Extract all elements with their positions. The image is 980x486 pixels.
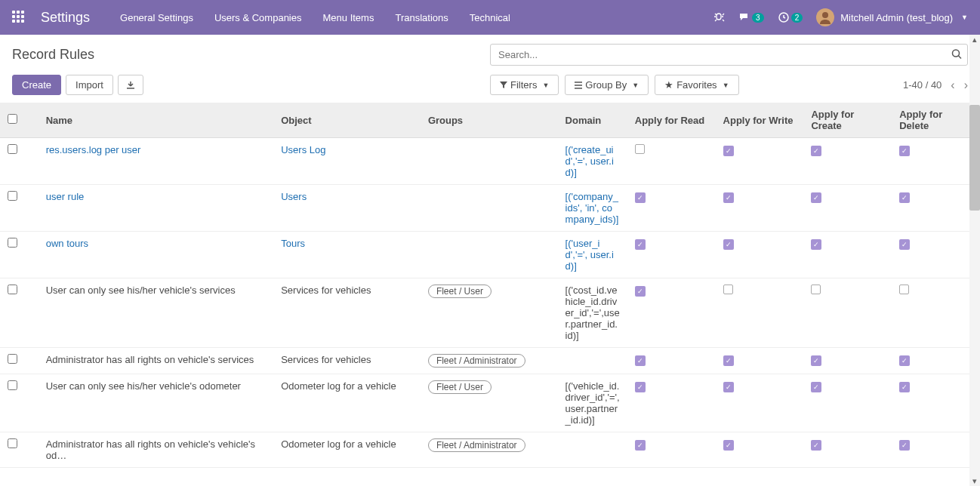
menu-item-general-settings[interactable]: General Settings [120, 12, 193, 23]
checkbox-checked[interactable]: ✓ [635, 286, 646, 297]
checkbox-checked[interactable]: ✓ [635, 382, 646, 392]
checkbox-checked[interactable]: ✓ [811, 440, 821, 451]
checkbox-checked[interactable]: ✓ [899, 440, 910, 451]
table-row[interactable]: res.users.log per userUsers Log[('create… [0, 138, 980, 185]
checkbox-checked[interactable]: ✓ [723, 239, 734, 250]
filters-button[interactable]: Filters ▼ [490, 75, 559, 95]
apps-icon[interactable] [12, 11, 26, 24]
row-checkbox[interactable] [8, 380, 17, 390]
list-icon [575, 82, 582, 89]
col-header-domain[interactable]: Domain [558, 103, 627, 138]
search-icon[interactable] [951, 48, 962, 61]
group-tag[interactable]: Fleet / Administrator [428, 438, 525, 452]
checkbox-checked[interactable]: ✓ [723, 440, 734, 451]
debug-icon[interactable] [713, 11, 725, 23]
star-icon: ★ [664, 79, 673, 91]
col-header-groups[interactable]: Groups [421, 103, 558, 138]
rule-object[interactable]: Users [281, 191, 307, 202]
checkbox-checked[interactable]: ✓ [723, 146, 734, 156]
checkbox-checked[interactable]: ✓ [899, 146, 910, 156]
row-checkbox[interactable] [8, 438, 17, 448]
groupby-button[interactable]: Group By ▼ [565, 75, 649, 95]
rule-groups [421, 138, 558, 185]
pager-range[interactable]: 1-40 [903, 79, 923, 91]
table-row[interactable]: user ruleUsers[('company_ids', 'in', com… [0, 185, 980, 232]
rule-domain[interactable]: [('company_ids', 'in', company_ids)] [566, 191, 619, 225]
table-row[interactable]: own toursTours[('user_id','=', user.id)]… [0, 232, 980, 278]
col-header-delete[interactable]: Apply for Delete [892, 103, 980, 138]
download-button[interactable] [118, 75, 143, 95]
checkbox-checked[interactable]: ✓ [723, 192, 734, 203]
rule-domain[interactable]: [('user_id','=', user.id)] [566, 238, 614, 272]
table-row[interactable]: User can only see his/her vehicle's odom… [0, 374, 980, 432]
checkbox-checked[interactable]: ✓ [635, 440, 646, 451]
menu-item-technical[interactable]: Technical [470, 12, 510, 23]
rule-object[interactable]: Tours [281, 238, 305, 249]
search-box [490, 44, 968, 66]
menu-item-translations[interactable]: Translations [395, 12, 448, 23]
checkbox-unchecked[interactable] [811, 285, 821, 294]
rule-name[interactable]: own tours [46, 238, 88, 249]
checkbox-checked[interactable]: ✓ [635, 192, 646, 203]
pager-prev[interactable]: ‹ [951, 78, 954, 92]
menu-item-menu-items[interactable]: Menu Items [323, 12, 374, 23]
group-tag[interactable]: Fleet / User [428, 380, 492, 394]
row-checkbox[interactable] [8, 144, 17, 154]
search-input[interactable] [490, 44, 968, 66]
col-header-name[interactable]: Name [39, 103, 274, 138]
checkbox-checked[interactable]: ✓ [811, 355, 821, 366]
activities-icon[interactable]: 2 [778, 11, 803, 23]
checkbox-checked[interactable]: ✓ [723, 382, 734, 392]
rule-name[interactable]: user rule [46, 191, 85, 202]
checkbox-checked[interactable]: ✓ [811, 382, 821, 392]
rule-name[interactable]: res.users.log per user [46, 144, 141, 155]
table-row[interactable]: User can only see his/her vehicle's serv… [0, 278, 980, 348]
group-tag[interactable]: Fleet / Administrator [428, 354, 525, 368]
col-header-read[interactable]: Apply for Read [627, 103, 716, 138]
pager-next[interactable]: › [964, 78, 968, 92]
row-checkbox[interactable] [8, 285, 17, 294]
rule-name: Administrator has all rights on vehicle'… [46, 438, 255, 461]
select-all-checkbox[interactable] [8, 114, 17, 124]
rule-domain[interactable]: [('create_uid','=', user.id)] [566, 144, 614, 178]
checkbox-checked[interactable]: ✓ [899, 355, 910, 366]
scrollbar[interactable]: ▴ ▾ [969, 35, 980, 468]
checkbox-checked[interactable]: ✓ [635, 355, 646, 366]
conversations-icon[interactable]: 3 [738, 11, 764, 23]
menu-item-users-companies[interactable]: Users & Companies [214, 12, 302, 23]
checkbox-checked[interactable]: ✓ [811, 192, 821, 203]
row-checkbox[interactable] [8, 238, 17, 248]
checkbox-checked[interactable]: ✓ [811, 239, 821, 250]
checkbox-checked[interactable]: ✓ [899, 192, 910, 203]
row-checkbox[interactable] [8, 354, 17, 364]
checkbox-unchecked[interactable] [635, 144, 645, 154]
create-button[interactable]: Create [12, 75, 61, 95]
checkbox-unchecked[interactable] [899, 285, 909, 294]
rule-groups: Fleet / User [421, 278, 558, 348]
checkbox-checked[interactable]: ✓ [723, 355, 734, 366]
caret-down-icon: ▼ [723, 82, 729, 89]
scroll-up-icon[interactable]: ▴ [969, 35, 980, 45]
import-button[interactable]: Import [66, 75, 113, 95]
col-header-create[interactable]: Apply for Create [803, 103, 892, 138]
user-menu[interactable]: Mitchell Admin (test_blog) ▼ [816, 8, 968, 26]
col-header-object[interactable]: Object [273, 103, 421, 138]
rule-object: Odometer log for a vehicle [281, 438, 396, 450]
checkbox-unchecked[interactable] [723, 285, 733, 294]
checkbox-checked[interactable]: ✓ [811, 146, 821, 156]
checkbox-checked[interactable]: ✓ [899, 239, 910, 250]
favorites-button[interactable]: ★ Favorites ▼ [655, 75, 738, 95]
rule-groups: Fleet / Administrator [421, 432, 558, 468]
app-brand[interactable]: Settings [41, 10, 90, 26]
table-row[interactable]: Administrator has all rights on vehicle'… [0, 348, 980, 374]
user-name: Mitchell Admin (test_blog) [840, 12, 953, 23]
table-row[interactable]: Administrator has all rights on vehicle'… [0, 432, 980, 468]
scrollbar-thumb[interactable] [969, 105, 980, 211]
checkbox-checked[interactable]: ✓ [899, 382, 910, 392]
rule-groups [421, 232, 558, 278]
group-tag[interactable]: Fleet / User [428, 285, 492, 298]
row-checkbox[interactable] [8, 191, 17, 201]
col-header-write[interactable]: Apply for Write [716, 103, 804, 138]
rule-object[interactable]: Users Log [281, 144, 325, 155]
checkbox-checked[interactable]: ✓ [635, 239, 646, 250]
